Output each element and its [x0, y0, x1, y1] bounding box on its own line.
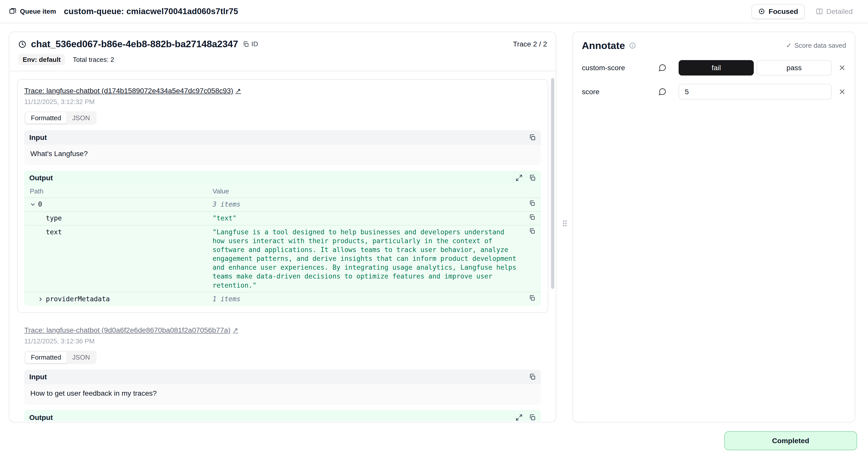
external-link-icon: ↗ — [236, 87, 241, 95]
format-tabs: Formatted JSON — [24, 351, 97, 364]
output-block: Output Path Value — [24, 171, 541, 306]
check-icon: ✓ — [786, 42, 792, 50]
table-row[interactable]: 0 3 items — [24, 198, 541, 212]
info-icon — [629, 42, 636, 49]
expand-output-button[interactable] — [516, 414, 523, 421]
delete-score-icon[interactable] — [838, 64, 846, 72]
clock-icon — [18, 40, 27, 49]
copy-icon — [243, 41, 249, 48]
trace-panel: chat_536ed067-b86e-4eb8-882b-ba27148a234… — [9, 32, 556, 422]
tab-formatted[interactable]: Formatted — [26, 112, 67, 123]
input-block: Input What's Langfuse? — [24, 130, 541, 165]
comment-icon[interactable] — [658, 88, 666, 96]
score-row-custom-score: custom-score fail pass — [573, 60, 855, 76]
output-json-table: Path Value 0 3 items — [24, 185, 541, 306]
input-label: Input — [29, 373, 47, 381]
output-label: Output — [29, 413, 53, 421]
trace-timestamp: 11/12/2025, 3:12:32 PM — [24, 98, 541, 106]
focused-icon — [758, 8, 765, 15]
queue-item-label: Queue item — [20, 7, 56, 16]
main-area: chat_536ed067-b86e-4eb8-882b-ba27148a234… — [0, 23, 868, 453]
queue-item-chip: Queue item — [9, 7, 56, 16]
copy-input-button[interactable] — [529, 373, 536, 380]
completed-button[interactable]: Completed — [724, 431, 857, 450]
copy-row-button[interactable] — [529, 228, 535, 234]
tab-json[interactable]: JSON — [67, 352, 95, 363]
annotate-title: Annotate — [582, 40, 625, 51]
copy-row-button[interactable] — [529, 295, 535, 301]
panel-resize-handle[interactable] — [562, 219, 567, 228]
table-row[interactable]: providerMetadata 1 items — [24, 292, 541, 306]
detailed-icon — [816, 8, 823, 15]
tab-formatted[interactable]: Formatted — [26, 352, 67, 363]
copy-output-button[interactable] — [529, 414, 536, 421]
external-link-icon: ↗ — [233, 326, 238, 334]
queue-item-title: chat_536ed067-b86e-4eb8-882b-ba27148a234… — [31, 39, 238, 50]
trace-list: Trace: langfuse-chatbot (d174b1589072e43… — [9, 71, 556, 421]
expand-output-button[interactable] — [516, 174, 523, 181]
comment-icon[interactable] — [658, 64, 666, 72]
score-value-input[interactable] — [679, 84, 831, 99]
value-column-header: Value — [213, 187, 520, 195]
env-badge: Env: default — [18, 54, 65, 65]
trace-timestamp: 11/12/2025, 3:12:36 PM — [24, 337, 541, 345]
input-label: Input — [29, 133, 47, 142]
detailed-view-button[interactable]: Detailed — [809, 4, 860, 19]
trace-link-2[interactable]: Trace: langfuse-chatbot (9d0a6f2e6de8670… — [24, 326, 238, 334]
trace-card-1: Trace: langfuse-chatbot (d174b1589072e43… — [17, 79, 548, 313]
chevron-right-icon — [38, 295, 44, 304]
page-title: custom-queue: cmiacwel70041ad060s7tlr75 — [64, 6, 238, 16]
output-label: Output — [29, 174, 53, 182]
trace-link-1[interactable]: Trace: langfuse-chatbot (d174b1589072e43… — [24, 87, 241, 95]
input-value: How to get user feedback in my traces? — [24, 384, 541, 404]
input-block: Input How to get user feedback in my tra… — [24, 370, 541, 404]
save-status: ✓ Score data saved — [786, 42, 846, 50]
trace-panel-scrollbar[interactable] — [551, 78, 554, 289]
copy-row-button[interactable] — [529, 200, 535, 206]
copy-output-button[interactable] — [529, 174, 536, 181]
copy-id-button[interactable]: ID — [243, 40, 258, 48]
copy-input-button[interactable] — [529, 134, 536, 141]
queue-icon — [9, 7, 17, 16]
output-block: Output Path Value — [24, 410, 541, 421]
total-traces-label: Total traces: 2 — [73, 56, 114, 64]
score-row-score: score — [573, 84, 855, 99]
delete-score-icon[interactable] — [838, 88, 846, 96]
score-label: score — [582, 88, 658, 96]
top-bar: Queue item custom-queue: cmiacwel70041ad… — [0, 0, 868, 23]
format-tabs: Formatted JSON — [24, 111, 97, 125]
tab-json[interactable]: JSON — [67, 112, 95, 123]
annotate-panel: Annotate ✓ Score data saved custom-score… — [572, 32, 856, 422]
copy-row-button[interactable] — [529, 214, 535, 221]
trace-counter: Trace 2 / 2 — [513, 40, 547, 48]
path-column-header: Path — [30, 187, 213, 195]
table-row: text "Langfuse is a tool designed to hel… — [24, 226, 541, 292]
score-option-fail[interactable]: fail — [679, 60, 754, 76]
focused-view-button[interactable]: Focused — [751, 4, 805, 19]
table-row: type "text" — [24, 211, 541, 226]
chevron-down-icon — [30, 200, 36, 209]
input-value: What's Langfuse? — [24, 145, 541, 165]
score-option-pass[interactable]: pass — [756, 60, 832, 76]
trace-card-2: Trace: langfuse-chatbot (9d0a6f2e6de8670… — [17, 321, 548, 421]
score-label: custom-score — [582, 64, 658, 72]
